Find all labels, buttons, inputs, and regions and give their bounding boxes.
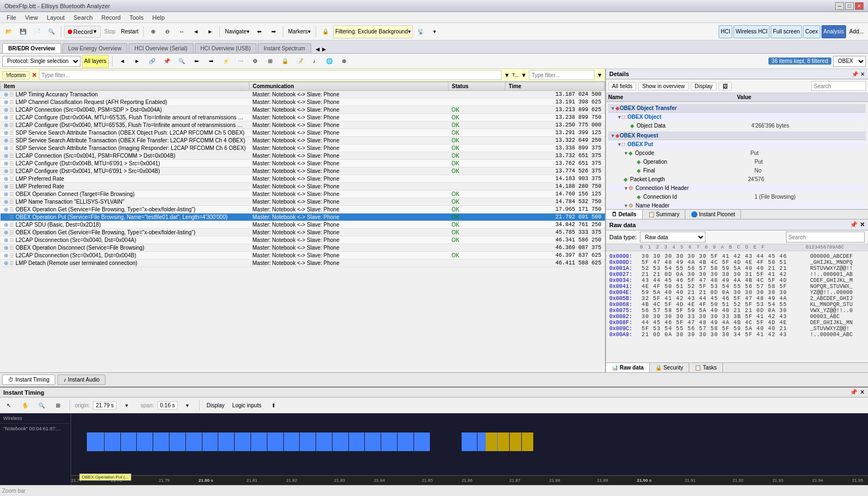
filter3-btn[interactable]: 🔒 (278, 55, 292, 68)
hci-btn[interactable]: HCI (719, 25, 732, 38)
section-name-header[interactable]: ▼ ⚙ Name Header (608, 201, 866, 209)
pin-btn[interactable]: 📌 (160, 55, 173, 68)
timing-hand-btn[interactable]: ✋ (19, 399, 32, 412)
fit-button[interactable]: ↔ (175, 25, 188, 38)
details-content[interactable]: ▼ ◆ OBEX Object Transfer ▼ □ OBEX Object… (606, 102, 868, 209)
audio-btn[interactable]: ♪ (308, 55, 321, 68)
origin-dropdown[interactable]: ▾ (120, 399, 133, 412)
maximize-button[interactable]: □ (845, 2, 854, 10)
filtering-button[interactable]: Filtering: Exclude Background▾ (333, 25, 413, 38)
table-row[interactable]: ⊕☰OBEX Operation Get (Service=File Brows… (1, 229, 605, 237)
menu-search[interactable]: Search (69, 13, 97, 22)
stop-button[interactable]: Stop (102, 25, 118, 38)
table-row[interactable]: ⊕☰LMP Preferred Rate Master: Notebook <-… (1, 175, 605, 183)
back-button[interactable]: ⬅ (253, 25, 266, 38)
markers-button[interactable]: Markers▾ (286, 25, 313, 38)
details-search[interactable] (811, 81, 866, 91)
filter-close-btn[interactable]: ✕ (32, 72, 37, 79)
raw-tab-raw[interactable]: 📊 Raw data (606, 363, 650, 372)
table-row[interactable]: ⊕☰L2CAP Connection (Src=0x0041, PSM=RFCO… (1, 152, 605, 160)
forward-button[interactable]: ➡ (267, 25, 280, 38)
timing-zoom-btn[interactable]: 🔍 (35, 399, 48, 412)
detail-tab-piconet[interactable]: 🔵 Instant Piconet (685, 210, 741, 219)
table-row[interactable]: ⊕☰L2CAP Configure (Dst=0x0040, MTU=65'53… (1, 122, 605, 129)
more-btn[interactable]: ▾ (428, 25, 441, 38)
tab-hci-usb[interactable]: HCI Overview (USB) (195, 43, 257, 53)
tb-icon-btn[interactable]: 🔍 (45, 25, 58, 38)
globe-btn[interactable]: 🌐 (323, 55, 336, 68)
section-obex-request[interactable]: ▼ ◆ OBEX Request (608, 131, 866, 140)
next-button[interactable]: ► (203, 25, 217, 38)
minimize-button[interactable]: ─ (835, 2, 844, 10)
tab-hci-serial[interactable]: HCI Overview (Serial) (129, 43, 194, 53)
table-row[interactable]: ⊕☰OBEX Operation Put (Service=File Brows… (1, 214, 605, 221)
protocol-select[interactable]: Protocol: Single selection (2, 56, 80, 67)
back2-btn[interactable]: ◄ (116, 55, 129, 68)
filter-toggle-button[interactable]: 🔒 (319, 25, 332, 38)
save-button[interactable]: 💾 (16, 25, 30, 38)
details-icon-btn[interactable]: 🖼 (719, 82, 732, 90)
timing-content[interactable]: Wireless "Notebook" 00:04:61:87:... (0, 413, 868, 485)
table-row[interactable]: ⊕☰L2CAP Configure (Dst=0x0041, MTU=6'091… (1, 168, 605, 175)
table-row[interactable]: ⊕☰SDP Service Search Attribute Transacti… (1, 137, 605, 145)
tab-prev-btn[interactable]: ◄ (314, 45, 321, 53)
menu-record[interactable]: Record (97, 13, 125, 22)
event-btn[interactable]: ⚡ (219, 55, 232, 68)
more3-btn[interactable]: ⋯ (234, 55, 247, 68)
timing-close-btn[interactable]: ✕ (860, 389, 865, 396)
raw-search-input[interactable] (786, 232, 865, 243)
coex-btn[interactable]: Coex (803, 25, 820, 38)
detail-tab-summary[interactable]: 📋 Summary (643, 210, 686, 219)
bottom-tab-audio[interactable]: ♪ Instant Audio (57, 374, 106, 385)
tab-next-btn[interactable]: ► (321, 45, 328, 53)
zoom-in-button[interactable]: ⊕ (147, 25, 160, 38)
table-row[interactable]: ⊕☰LMP Channel Classification Request (AF… (1, 99, 605, 106)
record-button[interactable]: Record ▾ (64, 26, 101, 38)
all-fields-btn[interactable]: All fields (608, 82, 636, 90)
table-row[interactable]: ⊕☰OBEX Operation Disconnect (Service=Fil… (1, 244, 605, 252)
filter-input2[interactable] (529, 70, 595, 80)
restart-button[interactable]: Restart (119, 25, 141, 38)
display-timing-btn[interactable]: Display (205, 399, 227, 412)
fwd2-btn[interactable]: ► (131, 55, 144, 68)
close-button[interactable]: ✕ (855, 2, 864, 10)
table-row[interactable]: ⊕☰L2CAP Disconnection (Src=0x0040, Dst=0… (1, 237, 605, 244)
raw-close-btn[interactable]: ✕ (860, 221, 865, 228)
table-row[interactable]: ⊕☰LMP Detach (Remote user terminated con… (1, 259, 605, 267)
analysis-btn[interactable]: Analysis (822, 25, 846, 38)
section-obex-put[interactable]: ▼ □ OBEX Put (608, 140, 866, 149)
table-row[interactable]: ⊕☰L2CAP Configure (Dst=0x004B, MTU=6'091… (1, 160, 605, 168)
menu-help[interactable]: Help (148, 13, 169, 22)
link-btn[interactable]: 🔗 (145, 55, 159, 68)
raw-tab-security[interactable]: 🔒 Security (650, 363, 689, 372)
fullscreen-btn[interactable]: Full screen (771, 25, 802, 38)
table-row[interactable]: ⊕☰OBEX Operation Connect (Target=File Br… (1, 191, 605, 198)
prev-button[interactable]: ◄ (189, 25, 202, 38)
wireless-hci-btn[interactable]: Wireless HCI (733, 25, 770, 38)
packet-table[interactable]: Item Communication Status Time ⊕☰LMP Tim… (0, 82, 605, 372)
obex-select[interactable]: OBEX (833, 56, 866, 67)
table-row[interactable]: ⊕☰L2CAP Configure (Dst=0x004A, MTU=65'53… (1, 114, 605, 122)
next3-btn[interactable]: ➡ (205, 55, 218, 68)
tab-bdr[interactable]: BR/EDR Overview (2, 43, 61, 53)
menu-tools[interactable]: Tools (125, 13, 148, 22)
timing-tracks[interactable]: OBEX Operation Put (... 21.77 21.78 21.7… (71, 413, 868, 485)
settings3-btn[interactable]: ⚙ (249, 55, 262, 68)
table-row[interactable]: ⊕☰L2CAP Connection (Src=0x0040, PSM=SDP … (1, 106, 605, 114)
raw-content[interactable]: 0x0000:30 30 30 30 30 30 5F 41 42 43 44 … (606, 251, 868, 362)
raw-type-select[interactable]: Raw data (640, 232, 706, 243)
prev3-btn[interactable]: ⬅ (190, 55, 203, 68)
filter-input[interactable] (39, 70, 502, 80)
raw-tab-tasks[interactable]: 📋 Tasks (689, 363, 723, 372)
menu-file[interactable]: File (2, 13, 21, 22)
timing-export-btn[interactable]: ⬆ (267, 399, 280, 412)
bottom-tab-timing[interactable]: ⏱ Instant Timing (2, 374, 55, 385)
logic-inputs-btn[interactable]: Logic inputs (230, 399, 264, 412)
table-row[interactable]: ⊕☰SDP Service Search Attribute Transacti… (1, 145, 605, 152)
table-row[interactable]: ⊕☰OBEX Operation Get (Service=File Brows… (1, 206, 605, 214)
close2-icon[interactable]: ✕ (860, 71, 865, 77)
timing-select-btn[interactable]: ⊞ (51, 399, 65, 412)
span-dropdown[interactable]: ▾ (181, 399, 194, 412)
tab-spectrum[interactable]: Instant Spectrum (258, 43, 311, 53)
table-row[interactable]: ⊕☰SDP Service Search Attribute Transacti… (1, 129, 605, 137)
